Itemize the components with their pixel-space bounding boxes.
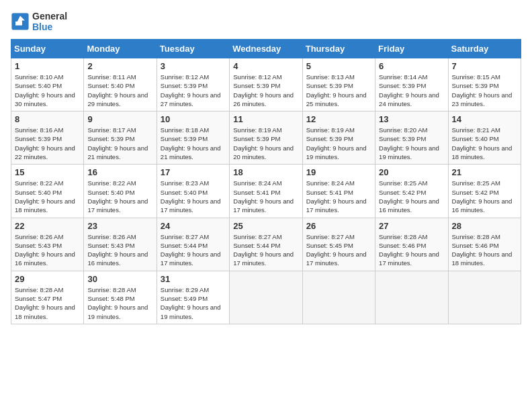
calendar-empty [302, 271, 375, 324]
day-info: Sunrise: 8:25 AM Sunset: 5:42 PM Dayligh… [452, 179, 517, 214]
calendar-week-1: 1 Sunrise: 8:10 AM Sunset: 5:40 PM Dayli… [11, 58, 521, 111]
day-number: 7 [452, 61, 517, 71]
day-info: Sunrise: 8:12 AM Sunset: 5:39 PM Dayligh… [233, 73, 298, 108]
day-info: Sunrise: 8:18 AM Sunset: 5:39 PM Dayligh… [161, 126, 226, 161]
day-number: 23 [87, 221, 152, 231]
svg-rect-2 [15, 21, 22, 26]
calendar-day-20: 20 Sunrise: 8:25 AM Sunset: 5:42 PM Dayl… [375, 165, 448, 218]
day-number: 5 [306, 61, 371, 71]
day-number: 14 [452, 114, 517, 124]
calendar-day-23: 23 Sunrise: 8:26 AM Sunset: 5:43 PM Dayl… [84, 218, 157, 271]
day-info: Sunrise: 8:19 AM Sunset: 5:39 PM Dayligh… [306, 126, 371, 161]
day-info: Sunrise: 8:26 AM Sunset: 5:43 PM Dayligh… [15, 232, 80, 268]
day-info: Sunrise: 8:24 AM Sunset: 5:41 PM Dayligh… [233, 179, 298, 214]
day-number: 19 [306, 167, 371, 177]
calendar-day-30: 30 Sunrise: 8:28 AM Sunset: 5:48 PM Dayl… [84, 271, 157, 324]
calendar-day-17: 17 Sunrise: 8:23 AM Sunset: 5:40 PM Dayl… [157, 165, 229, 218]
day-number: 20 [379, 167, 444, 177]
day-info: Sunrise: 8:13 AM Sunset: 5:39 PM Dayligh… [306, 73, 371, 108]
day-number: 29 [15, 274, 80, 284]
day-number: 30 [87, 274, 152, 284]
calendar-day-31: 31 Sunrise: 8:29 AM Sunset: 5:49 PM Dayl… [157, 271, 229, 324]
calendar-week-4: 22 Sunrise: 8:26 AM Sunset: 5:43 PM Dayl… [11, 218, 521, 271]
day-number: 11 [233, 114, 298, 124]
day-number: 2 [87, 61, 152, 71]
day-number: 28 [452, 221, 517, 231]
calendar-day-2: 2 Sunrise: 8:11 AM Sunset: 5:40 PM Dayli… [84, 58, 157, 111]
header-friday: Friday [375, 40, 448, 58]
day-number: 17 [161, 167, 226, 177]
day-info: Sunrise: 8:27 AM Sunset: 5:45 PM Dayligh… [306, 232, 371, 268]
day-info: Sunrise: 8:11 AM Sunset: 5:40 PM Dayligh… [87, 73, 152, 108]
day-info: Sunrise: 8:19 AM Sunset: 5:39 PM Dayligh… [233, 126, 298, 161]
calendar-week-3: 15 Sunrise: 8:22 AM Sunset: 5:40 PM Dayl… [11, 165, 521, 218]
day-info: Sunrise: 8:25 AM Sunset: 5:42 PM Dayligh… [379, 179, 444, 214]
day-number: 15 [15, 167, 80, 177]
header-tuesday: Tuesday [157, 40, 229, 58]
day-number: 18 [233, 167, 298, 177]
calendar-day-13: 13 Sunrise: 8:20 AM Sunset: 5:39 PM Dayl… [375, 111, 448, 165]
calendar-day-3: 3 Sunrise: 8:12 AM Sunset: 5:39 PM Dayli… [157, 58, 229, 111]
calendar-day-29: 29 Sunrise: 8:28 AM Sunset: 5:47 PM Dayl… [11, 271, 84, 324]
day-number: 6 [379, 61, 444, 71]
day-info: Sunrise: 8:10 AM Sunset: 5:40 PM Dayligh… [15, 73, 80, 108]
calendar-day-26: 26 Sunrise: 8:27 AM Sunset: 5:45 PM Dayl… [302, 218, 375, 271]
calendar-day-4: 4 Sunrise: 8:12 AM Sunset: 5:39 PM Dayli… [230, 58, 302, 111]
calendar-day-14: 14 Sunrise: 8:21 AM Sunset: 5:40 PM Dayl… [448, 111, 521, 165]
day-info: Sunrise: 8:28 AM Sunset: 5:48 PM Dayligh… [87, 285, 152, 321]
day-info: Sunrise: 8:21 AM Sunset: 5:40 PM Dayligh… [452, 126, 517, 161]
calendar-day-19: 19 Sunrise: 8:24 AM Sunset: 5:41 PM Dayl… [302, 165, 375, 218]
calendar-day-15: 15 Sunrise: 8:22 AM Sunset: 5:40 PM Dayl… [11, 165, 84, 218]
day-info: Sunrise: 8:14 AM Sunset: 5:39 PM Dayligh… [379, 73, 444, 108]
header-wednesday: Wednesday [230, 40, 302, 58]
day-number: 24 [161, 221, 226, 231]
calendar-day-6: 6 Sunrise: 8:14 AM Sunset: 5:39 PM Dayli… [375, 58, 448, 111]
day-number: 21 [452, 167, 517, 177]
day-info: Sunrise: 8:26 AM Sunset: 5:43 PM Dayligh… [87, 232, 152, 268]
day-number: 27 [379, 221, 444, 231]
day-info: Sunrise: 8:28 AM Sunset: 5:46 PM Dayligh… [452, 232, 517, 268]
day-info: Sunrise: 8:24 AM Sunset: 5:41 PM Dayligh… [306, 179, 371, 214]
day-info: Sunrise: 8:27 AM Sunset: 5:44 PM Dayligh… [161, 232, 226, 268]
calendar-day-27: 27 Sunrise: 8:28 AM Sunset: 5:46 PM Dayl… [375, 218, 448, 271]
page-header: General Blue [11, 11, 521, 32]
calendar-day-11: 11 Sunrise: 8:19 AM Sunset: 5:39 PM Dayl… [230, 111, 302, 165]
header-thursday: Thursday [302, 40, 375, 58]
calendar-day-25: 25 Sunrise: 8:27 AM Sunset: 5:44 PM Dayl… [230, 218, 302, 271]
calendar-day-22: 22 Sunrise: 8:26 AM Sunset: 5:43 PM Dayl… [11, 218, 84, 271]
day-number: 3 [161, 61, 226, 71]
calendar-empty [230, 271, 302, 324]
day-number: 9 [87, 114, 152, 124]
day-number: 10 [161, 114, 226, 124]
calendar-day-12: 12 Sunrise: 8:19 AM Sunset: 5:39 PM Dayl… [302, 111, 375, 165]
calendar-day-28: 28 Sunrise: 8:28 AM Sunset: 5:46 PM Dayl… [448, 218, 521, 271]
day-info: Sunrise: 8:28 AM Sunset: 5:47 PM Dayligh… [15, 285, 80, 321]
day-number: 25 [233, 221, 298, 231]
calendar-day-18: 18 Sunrise: 8:24 AM Sunset: 5:41 PM Dayl… [230, 165, 302, 218]
header-sunday: Sunday [11, 40, 84, 58]
day-number: 4 [233, 61, 298, 71]
calendar-empty [448, 271, 521, 324]
calendar-header-row: SundayMondayTuesdayWednesdayThursdayFrid… [11, 40, 521, 58]
logo-icon [11, 12, 30, 31]
day-info: Sunrise: 8:23 AM Sunset: 5:40 PM Dayligh… [161, 179, 226, 214]
day-info: Sunrise: 8:28 AM Sunset: 5:46 PM Dayligh… [379, 232, 444, 268]
calendar-day-16: 16 Sunrise: 8:22 AM Sunset: 5:40 PM Dayl… [84, 165, 157, 218]
day-info: Sunrise: 8:22 AM Sunset: 5:40 PM Dayligh… [15, 179, 80, 214]
calendar-day-7: 7 Sunrise: 8:15 AM Sunset: 5:39 PM Dayli… [448, 58, 521, 111]
calendar-day-9: 9 Sunrise: 8:17 AM Sunset: 5:39 PM Dayli… [84, 111, 157, 165]
day-info: Sunrise: 8:22 AM Sunset: 5:40 PM Dayligh… [87, 179, 152, 214]
day-info: Sunrise: 8:12 AM Sunset: 5:39 PM Dayligh… [161, 73, 226, 108]
logo-text: General Blue [32, 11, 67, 32]
calendar-day-8: 8 Sunrise: 8:16 AM Sunset: 5:39 PM Dayli… [11, 111, 84, 165]
calendar-week-2: 8 Sunrise: 8:16 AM Sunset: 5:39 PM Dayli… [11, 111, 521, 165]
calendar-empty [375, 271, 448, 324]
day-number: 22 [15, 221, 80, 231]
calendar-week-5: 29 Sunrise: 8:28 AM Sunset: 5:47 PM Dayl… [11, 271, 521, 324]
day-number: 26 [306, 221, 371, 231]
day-number: 8 [15, 114, 80, 124]
calendar-day-10: 10 Sunrise: 8:18 AM Sunset: 5:39 PM Dayl… [157, 111, 229, 165]
day-info: Sunrise: 8:16 AM Sunset: 5:39 PM Dayligh… [15, 126, 80, 161]
header-saturday: Saturday [448, 40, 521, 58]
header-monday: Monday [84, 40, 157, 58]
